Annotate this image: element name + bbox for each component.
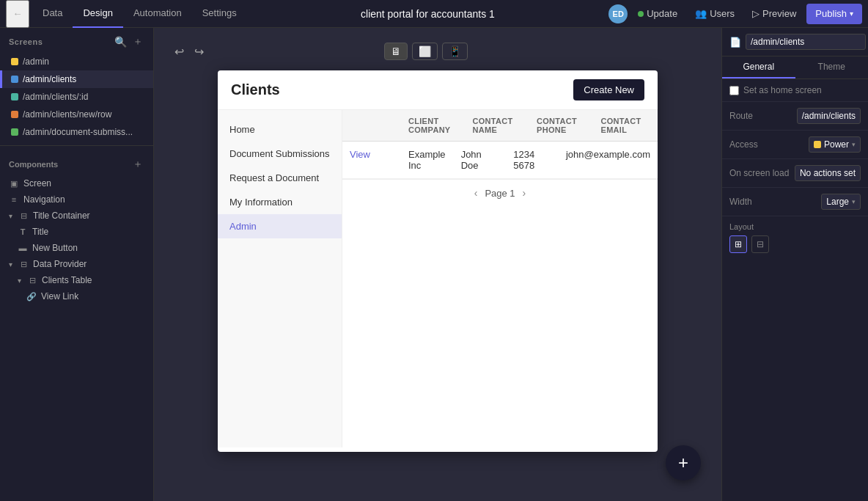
- publish-button[interactable]: Publish ▾: [806, 4, 862, 24]
- create-new-button[interactable]: Create New: [573, 79, 644, 100]
- access-dot: [814, 141, 821, 148]
- undo-button[interactable]: ↩: [172, 43, 187, 60]
- tab-theme[interactable]: Theme: [795, 56, 869, 78]
- home-screen-checkbox[interactable]: [729, 86, 739, 95]
- nav-item-requestdoc[interactable]: Request a Document: [218, 166, 342, 190]
- comp-viewlink[interactable]: 🔗 View Link: [0, 288, 153, 304]
- onload-value[interactable]: No actions set: [795, 165, 861, 181]
- nav-item-home[interactable]: Home: [218, 117, 342, 142]
- route-value[interactable]: /admin/clients: [797, 108, 861, 124]
- screen-item-admindocsubmission[interactable]: /admin/document-submiss...: [0, 123, 153, 141]
- table-cell-phone: 1234 5678: [506, 142, 559, 178]
- preview-button[interactable]: ▷ Preview: [745, 5, 803, 22]
- width-value[interactable]: Large ▾: [821, 194, 861, 210]
- tablet-view-button[interactable]: ⬜: [412, 43, 438, 60]
- page-nav: Home Document Submissions Request a Docu…: [218, 110, 342, 447]
- fab-add-button[interactable]: +: [666, 445, 701, 480]
- comp-title[interactable]: T Title: [0, 224, 153, 240]
- screen-item-adminclientsid[interactable]: /admin/clients/:id: [0, 88, 153, 106]
- canvas-toolbar: ↩ ↪ 🖥 ⬜ 📱: [169, 43, 707, 60]
- newbutton-icon: ▬: [18, 243, 28, 253]
- tab-data[interactable]: Data: [32, 0, 73, 28]
- comp-title-label: Title: [32, 227, 48, 237]
- screen-label-adminclientsid: /admin/clients/:id: [23, 92, 88, 102]
- titlecontainer-collapse[interactable]: ▾: [9, 212, 12, 220]
- route-row: 📄: [722, 28, 868, 56]
- tab-general[interactable]: General: [722, 56, 795, 78]
- layout-list-button[interactable]: ⊟: [751, 235, 769, 253]
- screen-icon: ▣: [9, 178, 19, 189]
- comp-screen[interactable]: ▣ Screen: [0, 175, 153, 191]
- publish-chevron: ▾: [850, 10, 853, 18]
- publish-label: Publish: [815, 8, 847, 19]
- dataprovider-icon: ⊟: [18, 259, 29, 269]
- tab-design[interactable]: Design: [73, 0, 122, 28]
- back-button[interactable]: ←: [6, 0, 29, 28]
- navigation-icon: ≡: [9, 194, 19, 205]
- title-icon: T: [18, 227, 28, 237]
- comp-clientstable[interactable]: ▾ ⊟ Clients Table: [0, 272, 153, 288]
- redo-button[interactable]: ↪: [191, 43, 207, 60]
- comp-titlecontainer[interactable]: ▾ ⊟ Title Container: [0, 208, 153, 224]
- route-input[interactable]: [746, 34, 866, 50]
- desktop-view-button[interactable]: 🖥: [384, 43, 408, 60]
- titlecontainer-icon: ⊟: [18, 211, 29, 221]
- tab-automation[interactable]: Automation: [123, 0, 192, 28]
- users-label: Users: [710, 8, 735, 19]
- components-title: Components: [9, 160, 58, 169]
- nav-item-docsubmissions[interactable]: Document Submissions: [218, 142, 342, 166]
- users-button[interactable]: 👥 Users: [688, 5, 742, 22]
- users-icon: 👥: [695, 8, 707, 19]
- screen-label-admindocsubmission: /admin/document-submiss...: [23, 127, 133, 137]
- add-screen-button[interactable]: ＋: [131, 34, 144, 50]
- route-display-row: Route /admin/clients: [722, 102, 868, 131]
- tab-settings[interactable]: Settings: [192, 0, 247, 28]
- panel-tabs: General Theme: [722, 56, 868, 79]
- page-indicator: Page 1: [485, 188, 515, 199]
- comp-dataprovider[interactable]: ▾ ⊟ Data Provider: [0, 256, 153, 272]
- nav-item-admin[interactable]: Admin: [218, 214, 342, 238]
- table-cell-company: Example Inc: [401, 142, 454, 178]
- clientstable-collapse[interactable]: ▾: [18, 277, 21, 285]
- table-header: CLIENT COMPANY CONTACT NAME CONTACT PHON…: [342, 110, 658, 142]
- home-screen-label: Set as home screen: [743, 85, 822, 95]
- update-label: Update: [647, 8, 677, 19]
- pagination: ‹ Page 1 ›: [342, 179, 658, 206]
- layout-grid-button[interactable]: ⊞: [729, 235, 747, 253]
- screen-item-adminclients[interactable]: /admin/clients: [0, 70, 153, 88]
- prev-page-button[interactable]: ‹: [474, 187, 478, 199]
- comp-newbutton[interactable]: ▬ New Button: [0, 240, 153, 256]
- clientstable-icon: ⊟: [27, 275, 37, 285]
- layout-buttons: ⊞ ⊟: [729, 235, 861, 253]
- search-screens-button[interactable]: 🔍: [113, 34, 128, 50]
- dataprovider-collapse[interactable]: ▾: [9, 260, 12, 268]
- col-phone: CONTACT PHONE: [529, 110, 594, 141]
- comp-newbutton-label: New Button: [32, 243, 78, 253]
- col-blank: [342, 110, 401, 141]
- screen-item-adminnewrow[interactable]: /admin/clients/new/row: [0, 106, 153, 123]
- screen-item-admin[interactable]: /admin: [0, 53, 153, 70]
- screen-label-admin: /admin: [23, 56, 49, 67]
- back-icon: ←: [12, 8, 22, 19]
- comp-navigation[interactable]: ≡ Navigation: [0, 191, 153, 208]
- update-dot: [638, 11, 644, 17]
- comp-viewlink-label: View Link: [41, 291, 78, 301]
- screen-label-adminclients: /admin/clients: [23, 74, 76, 84]
- comp-dataprovider-label: Data Provider: [33, 259, 87, 269]
- nav-item-myinfo[interactable]: My Information: [218, 190, 342, 214]
- next-page-button[interactable]: ›: [523, 187, 526, 199]
- table-cell-viewlink[interactable]: View: [342, 142, 401, 178]
- viewlink-icon: 🔗: [26, 291, 37, 301]
- left-sidebar: Screens 🔍 ＋ /admin /admin/clients /admin…: [0, 28, 154, 501]
- mobile-view-button[interactable]: 📱: [442, 43, 468, 60]
- access-chevron: ▾: [852, 141, 856, 148]
- undo-redo-group: ↩ ↪: [172, 43, 207, 60]
- width-row: Width Large ▾: [722, 188, 868, 216]
- access-value[interactable]: Power ▾: [809, 136, 861, 153]
- comp-clientstable-label: Clients Table: [42, 275, 92, 285]
- update-button[interactable]: Update: [630, 5, 685, 22]
- add-component-button[interactable]: ＋: [131, 156, 144, 172]
- table-cell-email: john@example.com: [559, 142, 658, 178]
- width-value-text: Large: [826, 197, 849, 207]
- components-section-header: Components ＋: [0, 150, 153, 175]
